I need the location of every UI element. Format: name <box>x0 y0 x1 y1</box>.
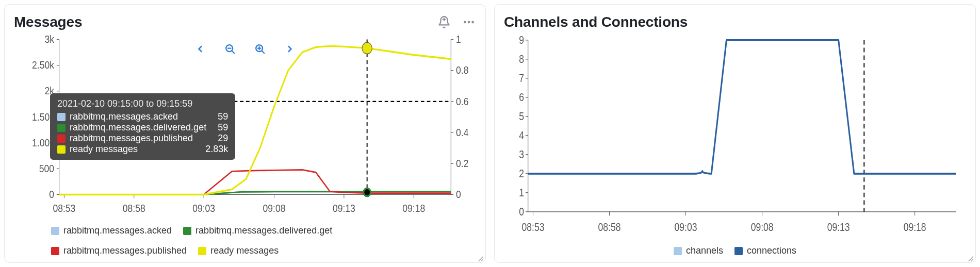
panel-messages-header: Messages <box>14 14 476 30</box>
ytick: 2.50k <box>32 59 54 71</box>
svg-line-34 <box>478 256 483 261</box>
legend-swatch <box>51 247 59 255</box>
resize-handle-icon[interactable] <box>967 255 973 261</box>
ytick: 9 <box>519 34 524 46</box>
xtick: 09:18 <box>904 221 926 233</box>
tooltip-row: ready messages 2.83k <box>57 144 228 155</box>
ytick: 8 <box>519 53 524 65</box>
legend-swatch <box>734 247 743 255</box>
zoom-out-icon[interactable] <box>223 42 237 56</box>
svg-line-54 <box>968 256 973 261</box>
legend-item[interactable]: rabbitmq.messages.acked <box>51 225 172 236</box>
legend-swatch <box>183 227 191 235</box>
panel-messages-title: Messages <box>14 14 82 30</box>
alert-icon[interactable] <box>437 15 451 29</box>
svg-line-9 <box>262 51 264 53</box>
svg-line-35 <box>481 259 483 261</box>
more-menu-icon[interactable] <box>462 15 476 29</box>
zoom-in-icon[interactable] <box>253 42 267 56</box>
ytick: 3k <box>44 34 54 45</box>
xtick: 08:58 <box>123 203 145 214</box>
xtick: 08:53 <box>53 203 75 214</box>
xtick: 09:13 <box>333 203 355 214</box>
panel-messages: Messages <box>4 4 486 263</box>
legend-item[interactable]: channels <box>674 245 723 256</box>
tooltip-row: rabbitmq.messages.acked 59 <box>57 111 228 122</box>
tooltip-row: rabbitmq.messages.published 29 <box>57 133 228 144</box>
legend-item[interactable]: connections <box>734 245 796 256</box>
xtick: 08:58 <box>598 221 621 233</box>
resize-handle-icon[interactable] <box>477 255 483 261</box>
channels-chart-svg: 9 8 7 6 5 4 3 2 1 0 08:53 08:58 09:03 09… <box>504 32 966 242</box>
tooltip-swatch <box>57 124 66 132</box>
xtick: 09:08 <box>751 221 774 233</box>
tooltip-swatch <box>57 145 66 154</box>
legend-swatch <box>198 247 206 255</box>
ytick: 4 <box>519 129 524 141</box>
xtick: 09:03 <box>192 203 215 214</box>
hover-point-ready <box>362 42 372 54</box>
xtick: 09:13 <box>827 221 850 233</box>
y2tick: 0.4 <box>456 127 468 138</box>
ytick: 2 <box>519 167 524 179</box>
ytick: 0 <box>519 205 524 218</box>
hover-point-lower <box>364 188 371 196</box>
tooltip-title: 2021-02-10 09:15:00 to 09:15:59 <box>57 98 228 109</box>
series-channels <box>528 40 956 174</box>
panel-channels: Channels and Connections 9 8 7 6 5 4 3 2… <box>494 4 976 263</box>
y2tick: 0.8 <box>456 64 468 76</box>
y2tick: 0.6 <box>456 95 468 107</box>
svg-point-3 <box>468 21 470 24</box>
ytick: 0 <box>49 189 54 200</box>
ytick: 5 <box>519 110 524 122</box>
legend-swatch <box>674 247 682 255</box>
messages-legend: rabbitmq.messages.acked rabbitmq.message… <box>14 225 476 256</box>
legend-item[interactable]: rabbitmq.messages.delivered.get <box>183 225 332 236</box>
panel-channels-header: Channels and Connections <box>504 14 966 30</box>
chevron-left-icon[interactable] <box>193 42 207 56</box>
xtick: 09:08 <box>263 203 286 214</box>
xtick: 08:53 <box>522 221 545 233</box>
panel-channels-title: Channels and Connections <box>504 14 688 30</box>
ytick: 1 <box>519 186 524 198</box>
channels-chart[interactable]: 9 8 7 6 5 4 3 2 1 0 08:53 08:58 09:03 09… <box>504 32 966 242</box>
series-published <box>59 170 451 194</box>
ytick: 500 <box>39 163 54 174</box>
svg-line-55 <box>971 259 973 261</box>
messages-chart[interactable]: 3k 2.50k 2k 1.50k 1.00k 500 0 1 0.8 0.6 … <box>14 32 476 222</box>
xtick: 09:03 <box>675 221 697 233</box>
chart-zoom-controls <box>193 42 297 56</box>
xtick: 09:18 <box>402 203 425 214</box>
series-connections <box>528 40 956 174</box>
y2tick: 0.2 <box>456 158 468 169</box>
svg-line-6 <box>232 51 234 53</box>
y2tick: 1 <box>456 34 461 45</box>
chevron-right-icon[interactable] <box>283 42 297 56</box>
ytick: 3 <box>519 148 524 160</box>
chart-tooltip: 2021-02-10 09:15:00 to 09:15:59 rabbitmq… <box>50 93 235 160</box>
tooltip-swatch <box>57 135 66 143</box>
legend-item[interactable]: rabbitmq.messages.published <box>51 245 187 256</box>
y2tick: 0 <box>456 189 461 200</box>
legend-item[interactable]: ready messages <box>198 245 279 256</box>
tooltip-row: rabbitmq.messages.delivered.get 59 <box>57 122 228 133</box>
ytick: 7 <box>519 72 524 84</box>
legend-swatch <box>51 227 59 235</box>
ytick: 6 <box>519 91 524 103</box>
tooltip-swatch <box>57 113 66 121</box>
svg-point-4 <box>471 21 474 24</box>
panel-messages-header-icons <box>437 15 476 29</box>
channels-legend: channels connections <box>504 245 966 256</box>
svg-point-2 <box>464 21 466 24</box>
